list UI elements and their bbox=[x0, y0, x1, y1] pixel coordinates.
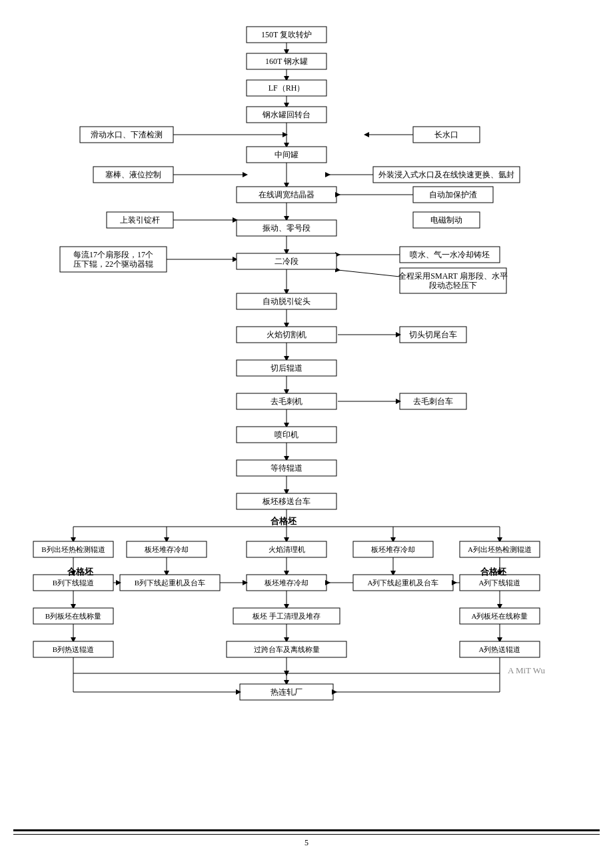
box-smart: 全程采用SMART 扇形段、水平 bbox=[398, 271, 507, 281]
box-b-crane: B列下线起重机及台车 bbox=[135, 579, 205, 587]
box-oscillation: 振动、零号段 bbox=[263, 223, 310, 233]
box-smart2: 段动态轻压下 bbox=[429, 281, 477, 290]
box-secondary-cooling: 二冷段 bbox=[275, 257, 299, 266]
box-150t: 150T 复吹转炉 bbox=[261, 30, 312, 39]
box-a-offline-roller: A列下线辊道 bbox=[479, 579, 521, 587]
box-waiting-roller: 等待辊道 bbox=[271, 463, 303, 473]
box-after-cut-roller: 切后辊道 bbox=[271, 363, 303, 373]
box-segments: 每流17个扇形段，17个 bbox=[73, 250, 153, 259]
box-deburr-car: 去毛刺台车 bbox=[413, 397, 453, 406]
box-a-weigh: A列板坯在线称量 bbox=[472, 612, 528, 620]
box-submerged-nozzle: 外装浸入式水口及在线快速更换、氩封 bbox=[378, 170, 514, 179]
box-mold-flux: 自动加保护渣 bbox=[429, 190, 477, 199]
bottom-line-thin bbox=[13, 834, 600, 835]
box-transfer-car: 板坯移送台车 bbox=[262, 497, 310, 506]
box-deburr: 去毛刺机 bbox=[271, 397, 303, 406]
box-crop-car: 切头切尾台车 bbox=[409, 330, 457, 339]
svg-line-32 bbox=[338, 270, 400, 277]
box-long-nozzle: 长水口 bbox=[434, 130, 458, 139]
box-slab-cool1: 板坯堆存冷却 bbox=[144, 545, 189, 553]
box-em-brake: 电磁制动 bbox=[430, 215, 462, 225]
box-b-offline-roller: B列下线辊道 bbox=[53, 579, 94, 587]
box-segments2: 压下辊，22个驱动器辊 bbox=[73, 259, 153, 269]
box-a-crane: A列下线起重机及台车 bbox=[368, 579, 439, 587]
box-b-hot-detect: B列出坯热检测辊道 bbox=[41, 545, 105, 553]
box-marker: 喷印机 bbox=[275, 430, 299, 439]
box-slab-cool-center: 板坯堆存冷却 bbox=[264, 579, 308, 587]
box-a-hot-detect: A列出坯热检测辊道 bbox=[468, 545, 532, 553]
box-sliding-gate: 滑动水口、下渣检测 bbox=[91, 130, 163, 139]
box-160t: 160T 钢水罐 bbox=[265, 57, 308, 66]
box-spray-cooling: 喷水、气一水冷却铸坯 bbox=[410, 250, 490, 259]
watermark: A MiT Wu bbox=[508, 665, 546, 675]
box-a-hot-roller: A列热送辊道 bbox=[479, 645, 521, 653]
box-b-weigh: B列板坯在线称量 bbox=[45, 612, 101, 620]
box-stopper: 塞棒、液位控制 bbox=[105, 170, 161, 179]
box-dummy-bar: 上装引锭杆 bbox=[120, 215, 160, 225]
box-turntable: 钢水罐回转台 bbox=[262, 110, 310, 119]
box-b-hot-roller: B列热送辊道 bbox=[53, 645, 94, 653]
label-qualified: 合格坯 bbox=[270, 516, 297, 526]
flowchart: 150T 复吹转炉 160T 钢水罐 LF（RH） 钢水罐回转台 长水口 bbox=[20, 20, 593, 823]
box-cross-car: 过跨台车及离线称量 bbox=[254, 645, 320, 653]
box-dummy-sep: 自动脱引锭头 bbox=[263, 297, 310, 306]
bottom-line-thick bbox=[13, 829, 600, 831]
box-manual-clean: 板坯 手工清理及堆存 bbox=[252, 612, 320, 620]
box-tundish: 中间罐 bbox=[275, 150, 299, 159]
box-flame-cleaner: 火焰清理机 bbox=[269, 545, 305, 553]
page-number: 5 bbox=[305, 838, 308, 848]
box-mold: 在线调宽结晶器 bbox=[259, 190, 314, 199]
label-qualified-a: 合格坯 bbox=[480, 567, 507, 577]
box-lf: LF（RH） bbox=[269, 83, 305, 93]
box-slab-cool2: 板坯堆存冷却 bbox=[370, 545, 415, 553]
box-hot-rolling: 热连轧厂 bbox=[271, 687, 303, 697]
box-flame-cutter: 火焰切割机 bbox=[267, 330, 306, 339]
label-qualified-b: 合格坯 bbox=[67, 567, 94, 577]
